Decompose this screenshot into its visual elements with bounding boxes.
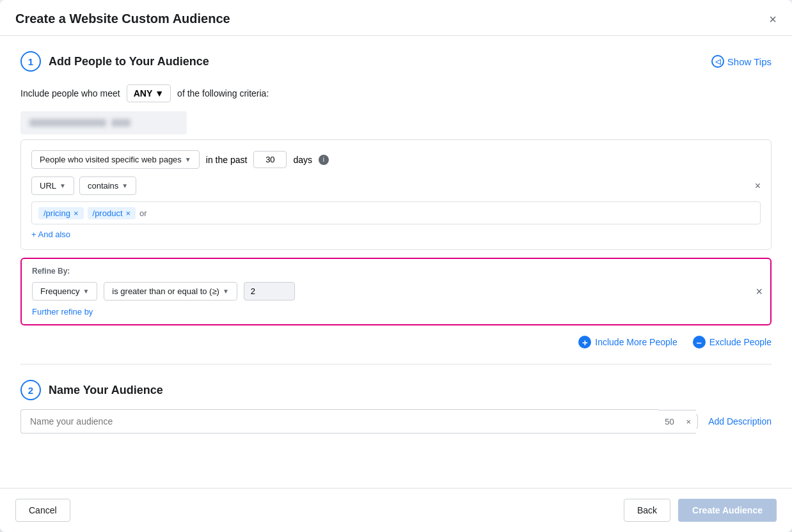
url-dropdown[interactable]: URL ▼ [31,176,74,195]
frequency-label: Frequency [40,286,79,296]
condition-box: People who visited specific web pages ▼ … [20,139,772,250]
back-button[interactable]: Back [624,499,670,522]
operator-label: is greater than or equal to (≥) [112,286,219,296]
in-past-label: in the past [206,155,248,165]
info-icon[interactable]: i [319,155,329,165]
and-also-link[interactable]: + And also [31,230,70,239]
section1-title-row: 1 Add People to Your Audience [20,51,209,72]
refine-label: Refine By: [32,267,760,276]
add-description-button[interactable]: Add Description [708,416,772,426]
input-border-end [696,414,698,428]
show-tips-label: Show Tips [727,56,772,67]
frequency-dropdown[interactable]: Frequency ▼ [32,282,97,301]
tags-input[interactable]: /pricing × /product × or [31,201,761,224]
exclude-label: Exclude People [709,337,772,347]
section1-header: 1 Add People to Your Audience ◁ Show Tip… [20,51,772,72]
audience-name-input[interactable] [20,409,658,434]
frequency-arrow-icon: ▼ [83,288,89,295]
step1-circle: 1 [20,51,41,72]
url-dropdown-arrow: ▼ [59,182,66,189]
exclude-people-button[interactable]: – Exclude People [693,336,772,348]
or-label: or [139,208,147,218]
condition-row1: People who visited specific web pages ▼ … [31,150,761,169]
further-refine-link[interactable]: Further refine by [32,307,93,317]
url-filter-row: URL ▼ contains ▼ × [31,176,761,195]
modal-footer: Cancel Back Create Audience [0,488,792,532]
rule-dropdown-arrow: ▼ [185,156,191,163]
modal: Create a Website Custom Audience × 1 Add… [0,0,792,532]
name-input-clear-icon[interactable]: × [681,410,697,434]
contains-label: contains [88,181,118,191]
section-divider [20,364,772,364]
footer-right: Back Create Audience [624,499,777,522]
operator-arrow-icon: ▼ [223,288,229,295]
step2-circle: 2 [20,380,41,400]
section2-title: Name Your Audience [49,384,163,397]
days-input[interactable] [253,151,287,168]
operator-dropdown[interactable]: is greater than or equal to (≥) ▼ [104,282,237,301]
modal-header: Create a Website Custom Audience × [0,0,792,36]
url-filter-close-icon[interactable]: × [755,180,761,192]
audience-actions: + Include More People – Exclude People [20,336,772,348]
section1-title: Add People to Your Audience [49,55,209,68]
rule-dropdown[interactable]: People who visited specific web pages ▼ [31,150,200,169]
tag-product-text: /product [93,208,123,218]
include-more-people-button[interactable]: + Include More People [578,336,677,348]
refine-value-input[interactable] [244,282,295,301]
days-label: days [293,155,312,165]
tag-product-close-icon[interactable]: × [126,208,131,218]
refine-row: Frequency ▼ is greater than or equal to … [32,282,760,301]
modal-title: Create a Website Custom Audience [15,12,230,26]
modal-body: 1 Add People to Your Audience ◁ Show Tip… [0,36,792,488]
criteria-row: Include people who meet ANY ▼ of the fol… [20,84,772,102]
url-label: URL [40,181,56,191]
criteria-prefix: Include people who meet [20,88,120,98]
any-label: ANY [134,88,153,98]
close-icon[interactable]: × [769,13,777,26]
tag-pricing-text: /pricing [44,208,70,218]
include-plus-icon: + [578,336,591,348]
include-label: Include More People [595,337,677,347]
create-audience-button[interactable]: Create Audience [678,499,777,522]
blurred-item2 [111,119,131,127]
any-arrow-icon: ▼ [155,88,164,98]
blurred-tag-area [20,111,187,134]
show-tips-button[interactable]: ◁ Show Tips [711,55,772,68]
blurred-item [29,119,106,127]
contains-dropdown-arrow: ▼ [122,182,128,189]
exclude-minus-icon: – [693,336,706,348]
tag-product: /product × [88,207,136,219]
name-input-row: 50 × Add Description [20,409,772,434]
contains-dropdown[interactable]: contains ▼ [79,176,136,195]
tips-icon: ◁ [711,55,724,68]
rule-label: People who visited specific web pages [40,155,182,164]
tag-pricing: /pricing × [38,207,84,219]
criteria-suffix: of the following criteria: [177,88,269,98]
refine-box: Refine By: Frequency ▼ is greater than o… [20,258,772,325]
char-count: 50 [658,410,681,434]
any-dropdown[interactable]: ANY ▼ [127,84,171,102]
section2-title-row: 2 Name Your Audience [20,380,772,400]
refine-close-icon[interactable]: × [756,285,763,299]
section2: 2 Name Your Audience 50 × Add Descriptio… [20,380,772,434]
tag-pricing-close-icon[interactable]: × [74,208,79,218]
cancel-button[interactable]: Cancel [15,499,70,522]
